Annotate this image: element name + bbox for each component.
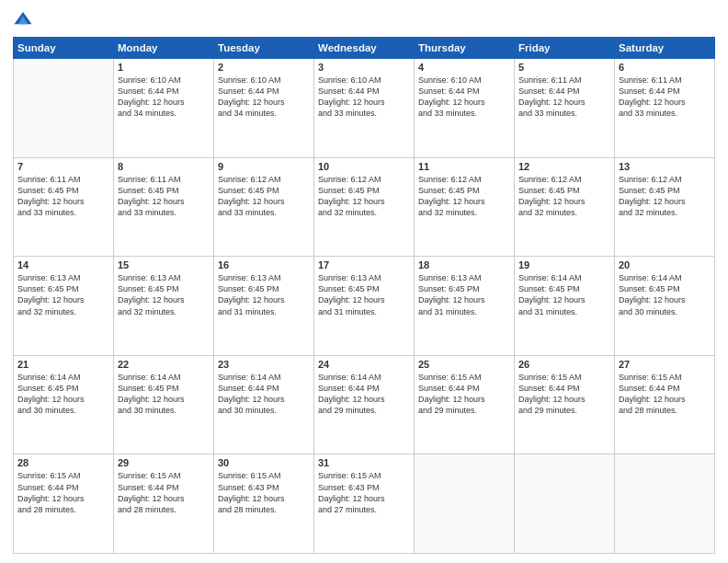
cell-content: Sunrise: 6:13 AM Sunset: 6:45 PM Dayligh… — [218, 272, 310, 317]
cell-content: Sunrise: 6:13 AM Sunset: 6:45 PM Dayligh… — [418, 272, 510, 317]
cell-content: Sunrise: 6:11 AM Sunset: 6:44 PM Dayligh… — [518, 75, 610, 120]
cell-content: Sunrise: 6:14 AM Sunset: 6:45 PM Dayligh… — [518, 272, 610, 317]
day-number: 29 — [118, 457, 210, 468]
cell-content: Sunrise: 6:14 AM Sunset: 6:45 PM Dayligh… — [118, 372, 210, 417]
day-number: 24 — [318, 359, 410, 370]
day-number: 10 — [318, 161, 410, 172]
calendar-cell: 2Sunrise: 6:10 AM Sunset: 6:44 PM Daylig… — [214, 59, 314, 158]
cell-content: Sunrise: 6:11 AM Sunset: 6:45 PM Dayligh… — [17, 174, 109, 219]
day-number: 25 — [418, 359, 510, 370]
cell-content: Sunrise: 6:15 AM Sunset: 6:44 PM Dayligh… — [418, 372, 510, 417]
cell-content: Sunrise: 6:11 AM Sunset: 6:45 PM Dayligh… — [118, 174, 210, 219]
calendar-cell: 20Sunrise: 6:14 AM Sunset: 6:45 PM Dayli… — [615, 257, 715, 356]
calendar-cell: 16Sunrise: 6:13 AM Sunset: 6:45 PM Dayli… — [214, 257, 314, 356]
day-number: 18 — [418, 259, 510, 270]
logo — [13, 9, 37, 29]
day-number: 30 — [218, 457, 310, 468]
cell-content: Sunrise: 6:14 AM Sunset: 6:44 PM Dayligh… — [318, 372, 410, 417]
cell-content: Sunrise: 6:14 AM Sunset: 6:45 PM Dayligh… — [17, 372, 109, 417]
page: SundayMondayTuesdayWednesdayThursdayFrid… — [0, 0, 728, 563]
cell-content: Sunrise: 6:13 AM Sunset: 6:45 PM Dayligh… — [17, 272, 109, 317]
calendar-cell: 29Sunrise: 6:15 AM Sunset: 6:44 PM Dayli… — [114, 454, 214, 554]
cell-content: Sunrise: 6:15 AM Sunset: 6:44 PM Dayligh… — [118, 470, 210, 515]
day-number: 19 — [518, 259, 610, 270]
calendar-cell: 22Sunrise: 6:14 AM Sunset: 6:45 PM Dayli… — [114, 355, 214, 454]
calendar-cell: 14Sunrise: 6:13 AM Sunset: 6:45 PM Dayli… — [14, 257, 114, 356]
weekday-header-saturday: Saturday — [615, 38, 715, 59]
cell-content: Sunrise: 6:13 AM Sunset: 6:45 PM Dayligh… — [318, 272, 410, 317]
cell-content: Sunrise: 6:15 AM Sunset: 6:43 PM Dayligh… — [318, 470, 410, 515]
calendar-week-2: 7Sunrise: 6:11 AM Sunset: 6:45 PM Daylig… — [14, 157, 715, 257]
calendar-cell: 28Sunrise: 6:15 AM Sunset: 6:44 PM Dayli… — [14, 454, 114, 554]
cell-content: Sunrise: 6:12 AM Sunset: 6:45 PM Dayligh… — [418, 174, 510, 219]
calendar-cell: 15Sunrise: 6:13 AM Sunset: 6:45 PM Dayli… — [114, 257, 214, 356]
calendar-cell — [415, 454, 515, 554]
calendar-week-3: 14Sunrise: 6:13 AM Sunset: 6:45 PM Dayli… — [14, 257, 715, 356]
day-number: 2 — [218, 62, 310, 73]
day-number: 28 — [17, 457, 109, 468]
calendar-cell: 8Sunrise: 6:11 AM Sunset: 6:45 PM Daylig… — [114, 157, 214, 257]
cell-content: Sunrise: 6:15 AM Sunset: 6:44 PM Dayligh… — [17, 470, 109, 515]
weekday-header-friday: Friday — [515, 38, 615, 59]
cell-content: Sunrise: 6:15 AM Sunset: 6:44 PM Dayligh… — [518, 372, 610, 417]
weekday-header-wednesday: Wednesday — [314, 38, 415, 59]
header — [13, 9, 715, 29]
cell-content: Sunrise: 6:12 AM Sunset: 6:45 PM Dayligh… — [619, 174, 711, 219]
calendar-cell: 12Sunrise: 6:12 AM Sunset: 6:45 PM Dayli… — [515, 157, 615, 257]
day-number: 11 — [418, 161, 510, 172]
weekday-header-sunday: Sunday — [14, 38, 114, 59]
day-number: 3 — [318, 62, 410, 73]
day-number: 15 — [118, 259, 210, 270]
day-number: 7 — [17, 161, 109, 172]
cell-content: Sunrise: 6:14 AM Sunset: 6:44 PM Dayligh… — [218, 372, 310, 417]
weekday-header-row: SundayMondayTuesdayWednesdayThursdayFrid… — [14, 38, 715, 59]
calendar-cell: 24Sunrise: 6:14 AM Sunset: 6:44 PM Dayli… — [314, 355, 415, 454]
calendar-cell — [14, 59, 114, 158]
day-number: 9 — [218, 161, 310, 172]
calendar-week-5: 28Sunrise: 6:15 AM Sunset: 6:44 PM Dayli… — [14, 454, 715, 554]
calendar-cell: 18Sunrise: 6:13 AM Sunset: 6:45 PM Dayli… — [415, 257, 515, 356]
calendar-cell: 7Sunrise: 6:11 AM Sunset: 6:45 PM Daylig… — [14, 157, 114, 257]
day-number: 17 — [318, 259, 410, 270]
logo-icon — [13, 9, 33, 29]
calendar-cell: 9Sunrise: 6:12 AM Sunset: 6:45 PM Daylig… — [214, 157, 314, 257]
cell-content: Sunrise: 6:10 AM Sunset: 6:44 PM Dayligh… — [218, 75, 310, 120]
calendar-cell: 27Sunrise: 6:15 AM Sunset: 6:44 PM Dayli… — [615, 355, 715, 454]
calendar-cell: 3Sunrise: 6:10 AM Sunset: 6:44 PM Daylig… — [314, 59, 415, 158]
cell-content: Sunrise: 6:10 AM Sunset: 6:44 PM Dayligh… — [318, 75, 410, 120]
day-number: 23 — [218, 359, 310, 370]
calendar-cell: 5Sunrise: 6:11 AM Sunset: 6:44 PM Daylig… — [515, 59, 615, 158]
calendar-cell — [615, 454, 715, 554]
calendar-week-4: 21Sunrise: 6:14 AM Sunset: 6:45 PM Dayli… — [14, 355, 715, 454]
cell-content: Sunrise: 6:15 AM Sunset: 6:43 PM Dayligh… — [218, 470, 310, 515]
calendar-cell: 19Sunrise: 6:14 AM Sunset: 6:45 PM Dayli… — [515, 257, 615, 356]
cell-content: Sunrise: 6:15 AM Sunset: 6:44 PM Dayligh… — [619, 372, 711, 417]
calendar-cell: 17Sunrise: 6:13 AM Sunset: 6:45 PM Dayli… — [314, 257, 415, 356]
day-number: 12 — [518, 161, 610, 172]
day-number: 21 — [17, 359, 109, 370]
calendar-cell: 25Sunrise: 6:15 AM Sunset: 6:44 PM Dayli… — [415, 355, 515, 454]
weekday-header-thursday: Thursday — [415, 38, 515, 59]
cell-content: Sunrise: 6:10 AM Sunset: 6:44 PM Dayligh… — [418, 75, 510, 120]
cell-content: Sunrise: 6:11 AM Sunset: 6:44 PM Dayligh… — [619, 75, 711, 120]
weekday-header-tuesday: Tuesday — [214, 38, 314, 59]
day-number: 4 — [418, 62, 510, 73]
calendar-cell: 31Sunrise: 6:15 AM Sunset: 6:43 PM Dayli… — [314, 454, 415, 554]
calendar-week-1: 1Sunrise: 6:10 AM Sunset: 6:44 PM Daylig… — [14, 59, 715, 158]
calendar-cell: 21Sunrise: 6:14 AM Sunset: 6:45 PM Dayli… — [14, 355, 114, 454]
day-number: 27 — [619, 359, 711, 370]
day-number: 8 — [118, 161, 210, 172]
day-number: 1 — [118, 62, 210, 73]
calendar-cell: 13Sunrise: 6:12 AM Sunset: 6:45 PM Dayli… — [615, 157, 715, 257]
cell-content: Sunrise: 6:10 AM Sunset: 6:44 PM Dayligh… — [118, 75, 210, 120]
cell-content: Sunrise: 6:13 AM Sunset: 6:45 PM Dayligh… — [118, 272, 210, 317]
day-number: 16 — [218, 259, 310, 270]
calendar-cell — [515, 454, 615, 554]
cell-content: Sunrise: 6:12 AM Sunset: 6:45 PM Dayligh… — [218, 174, 310, 219]
day-number: 6 — [619, 62, 711, 73]
day-number: 13 — [619, 161, 711, 172]
calendar-cell: 6Sunrise: 6:11 AM Sunset: 6:44 PM Daylig… — [615, 59, 715, 158]
cell-content: Sunrise: 6:12 AM Sunset: 6:45 PM Dayligh… — [518, 174, 610, 219]
cell-content: Sunrise: 6:14 AM Sunset: 6:45 PM Dayligh… — [619, 272, 711, 317]
day-number: 5 — [518, 62, 610, 73]
